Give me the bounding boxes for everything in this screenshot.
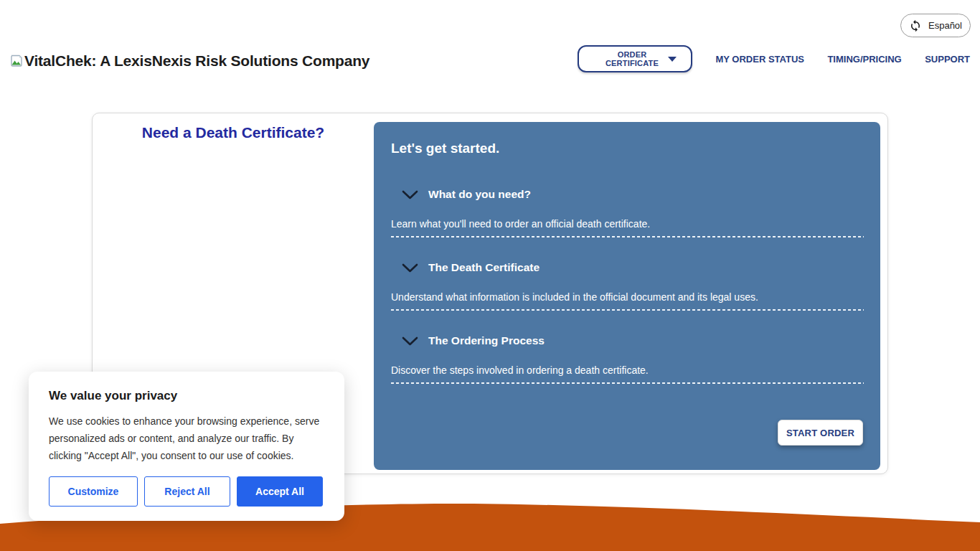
accept-all-button[interactable]: Accept All <box>237 476 323 507</box>
caret-down-icon <box>668 57 677 62</box>
accordion-section-ordering-process: The Ordering Process Discover the steps … <box>391 334 864 384</box>
main-nav: ORDER CERTIFICATE MY ORDER STATUS TIMING… <box>578 44 970 73</box>
divider <box>391 382 864 384</box>
divider <box>391 309 864 311</box>
nav-timing-pricing[interactable]: TIMING/PRICING <box>827 54 901 65</box>
cookie-dialog-message: We use cookies to enhance your browsing … <box>49 413 324 464</box>
cookie-dialog-buttons: Customize Reject All Accept All <box>49 476 324 507</box>
customize-button[interactable]: Customize <box>49 476 138 507</box>
nav-support[interactable]: SUPPORT <box>925 54 970 65</box>
panel-title: Let's get started. <box>391 141 864 156</box>
get-started-panel: Let's get started. What do you need? Lea… <box>374 122 880 470</box>
section-title: The Death Certificate <box>428 261 540 274</box>
chevron-down-icon <box>402 263 418 273</box>
section-description: Discover the steps involved in ordering … <box>391 364 864 376</box>
broken-image-icon <box>10 55 23 70</box>
cookie-dialog-title: We value your privacy <box>49 389 324 403</box>
start-order-button[interactable]: START ORDER <box>778 420 863 446</box>
chevron-down-icon <box>402 190 418 199</box>
section-title: What do you need? <box>428 188 531 201</box>
order-certificate-dropdown[interactable]: ORDER CERTIFICATE <box>578 45 692 72</box>
order-certificate-label: ORDER CERTIFICATE <box>596 50 668 67</box>
language-toggle-button[interactable]: Español <box>900 14 971 37</box>
divider <box>391 236 864 237</box>
reject-all-button[interactable]: Reject All <box>144 476 230 507</box>
language-toggle-label: Español <box>928 20 962 31</box>
section-description: Understand what information is included … <box>391 291 864 303</box>
accordion-toggle-ordering-process[interactable]: The Ordering Process <box>391 334 864 347</box>
accordion-section-what-you-need: What do you need? Learn what you'll need… <box>391 188 864 237</box>
accordion-toggle-death-certificate[interactable]: The Death Certificate <box>391 261 864 274</box>
section-title: The Ordering Process <box>428 334 545 347</box>
accordion-toggle-what-you-need[interactable]: What do you need? <box>391 188 864 201</box>
accordion-section-death-certificate: The Death Certificate Understand what in… <box>391 261 864 311</box>
logo-alt-text: VitalChek: A LexisNexis Risk Solutions C… <box>24 52 369 70</box>
cookie-consent-dialog: We value your privacy We use cookies to … <box>29 372 344 521</box>
logo[interactable]: VitalChek: A LexisNexis Risk Solutions C… <box>10 52 369 70</box>
page-title: Need a Death Certificate? <box>93 124 374 141</box>
chevron-down-icon <box>402 336 418 346</box>
section-description: Learn what you'll need to order an offic… <box>391 218 864 230</box>
sync-icon <box>909 19 922 32</box>
nav-my-order-status[interactable]: MY ORDER STATUS <box>715 54 804 65</box>
